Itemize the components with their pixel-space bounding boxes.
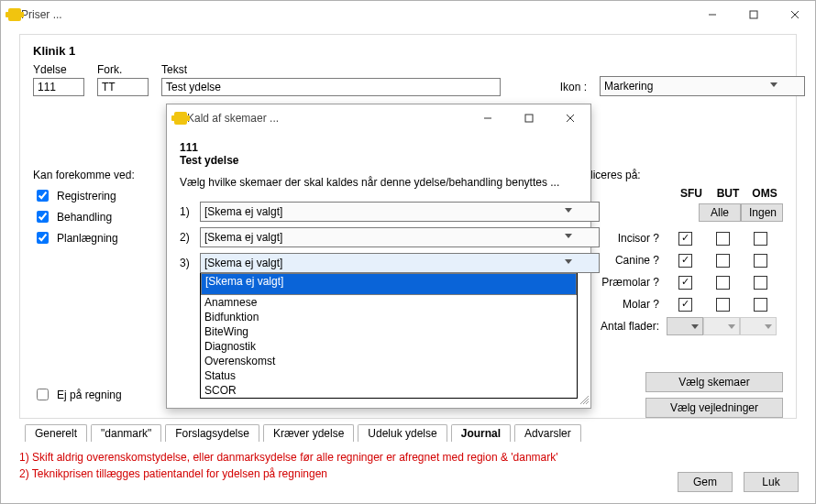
- modal-service: Test ydelse: [180, 154, 578, 167]
- tab-danmark[interactable]: "danmark": [91, 424, 161, 442]
- cb-canine-sfu[interactable]: [678, 254, 692, 268]
- modal-desc: Vælg hvilke skemaer der skal kaldes når …: [180, 176, 578, 189]
- forekom-label: Kan forekomme ved:: [33, 169, 135, 181]
- tab-kraever[interactable]: Kræver ydelse: [263, 424, 354, 442]
- vaelg-skemaer-button[interactable]: Vælg skemaer: [645, 372, 783, 392]
- tab-udeluk[interactable]: Udeluk ydelse: [358, 424, 447, 442]
- col-but: BUT: [710, 187, 746, 200]
- ydelse-label: Ydelse: [33, 63, 84, 76]
- svg-rect-5: [525, 115, 533, 122]
- chk-registrering[interactable]: Registrering: [33, 187, 135, 204]
- modal-minimize-button[interactable]: [467, 104, 508, 132]
- cb-molar-sfu[interactable]: [678, 298, 692, 312]
- opt-bitewing[interactable]: BiteWing: [201, 324, 577, 339]
- resize-grip-icon[interactable]: [578, 393, 589, 404]
- close-button[interactable]: [774, 1, 815, 28]
- col-sfu: SFU: [673, 187, 710, 200]
- tekst-input[interactable]: [161, 78, 501, 96]
- chk-planlaegning[interactable]: Planlægning: [33, 229, 135, 247]
- tab-journal[interactable]: Journal: [451, 424, 511, 442]
- antal-sfu[interactable]: [667, 317, 703, 335]
- opt-scor[interactable]: SCOR: [201, 383, 577, 398]
- opt-anamnese[interactable]: Anamnese: [201, 295, 577, 310]
- cb-canine-but[interactable]: [716, 254, 730, 268]
- cb-incisor-oms[interactable]: [754, 232, 767, 246]
- col-oms: OMS: [746, 187, 783, 200]
- cb-canine-oms[interactable]: [754, 254, 767, 268]
- opt-diagnostik[interactable]: Diagnostik: [201, 339, 577, 354]
- opt-overenskomst[interactable]: Overenskomst: [201, 354, 577, 368]
- tekst-label: Tekst: [161, 63, 501, 76]
- cb-praemolar-sfu[interactable]: [678, 276, 692, 290]
- antal-but: [703, 317, 740, 335]
- window-title: Priser ...: [21, 8, 62, 21]
- row-antal: Antal flader:: [590, 315, 783, 337]
- modal-close-button[interactable]: [549, 104, 590, 132]
- modal-kald-skemaer: Kald af skemaer ... 111 Test ydelse Vælg…: [166, 104, 591, 409]
- row3-label: 3): [180, 257, 193, 269]
- fork-input[interactable]: [97, 78, 149, 96]
- opt-bidfunktion[interactable]: Bidfunktion: [201, 310, 577, 324]
- cb-molar-oms[interactable]: [754, 298, 767, 312]
- skema-dropdown[interactable]: [Skema ej valgt] Anamnese Bidfunktion Bi…: [200, 273, 578, 399]
- modal-app-icon: [174, 112, 187, 125]
- fork-label: Fork.: [97, 63, 149, 76]
- svg-rect-1: [750, 11, 757, 18]
- row-praemolar: Præmolar ?: [590, 271, 783, 293]
- row1-label: 1): [180, 205, 193, 218]
- antal-oms: [740, 317, 777, 335]
- app-icon: [8, 8, 21, 21]
- btn-ingen[interactable]: Ingen: [741, 203, 783, 222]
- tab-generelt[interactable]: Generelt: [25, 424, 87, 442]
- modal-maximize-button[interactable]: [508, 104, 549, 132]
- row2-label: 2): [180, 231, 193, 244]
- note-1: 1) Skift aldrig overenskomstydelse, elle…: [19, 449, 797, 466]
- luk-button[interactable]: Luk: [744, 472, 799, 492]
- ydelse-input[interactable]: [33, 78, 84, 96]
- opt-status[interactable]: Status: [201, 368, 577, 383]
- row-canine: Canine ?: [590, 249, 783, 271]
- modal-title: Kald af skemaer ...: [187, 112, 279, 125]
- cb-incisor-but[interactable]: [716, 232, 730, 246]
- maximize-button[interactable]: [733, 1, 774, 28]
- tabs: Generelt "danmark" Forslagsydelse Kræver…: [19, 424, 797, 442]
- main-window: Priser ... Klinik 1 Ydelse Fork. Tekst: [0, 0, 816, 504]
- skema-select-2[interactable]: [200, 227, 600, 247]
- row-molar: Molar ?: [590, 293, 783, 315]
- btn-alle[interactable]: Alle: [699, 203, 741, 222]
- cb-incisor-sfu[interactable]: [678, 232, 692, 246]
- cb-molar-but[interactable]: [716, 298, 730, 312]
- row-incisor: Incisor ?: [590, 227, 783, 249]
- tab-advarsler[interactable]: Advarsler: [514, 424, 581, 442]
- gem-button[interactable]: Gem: [678, 472, 733, 492]
- ikon-select[interactable]: [600, 76, 805, 96]
- cb-praemolar-but[interactable]: [716, 276, 730, 290]
- tab-forslag[interactable]: Forslagsydelse: [165, 424, 259, 442]
- skema-select-1[interactable]: [200, 202, 600, 222]
- chk-behandling[interactable]: Behandling: [33, 208, 135, 225]
- appl-label: liceres på:: [590, 169, 783, 181]
- opt-ejvalgt[interactable]: [Skema ej valgt]: [201, 273, 577, 295]
- clinic-title: Klinik 1: [33, 44, 783, 58]
- vaelg-vejl-button[interactable]: Vælg vejledninger: [645, 398, 783, 418]
- titlebar: Priser ...: [1, 1, 815, 28]
- minimize-button[interactable]: [691, 1, 733, 28]
- ikon-label: Ikon :: [560, 81, 587, 96]
- modal-code: 111: [180, 141, 578, 154]
- skema-select-3[interactable]: [200, 253, 600, 273]
- cb-praemolar-oms[interactable]: [754, 276, 767, 290]
- chk-ej-regning[interactable]: Ej på regning: [33, 386, 122, 403]
